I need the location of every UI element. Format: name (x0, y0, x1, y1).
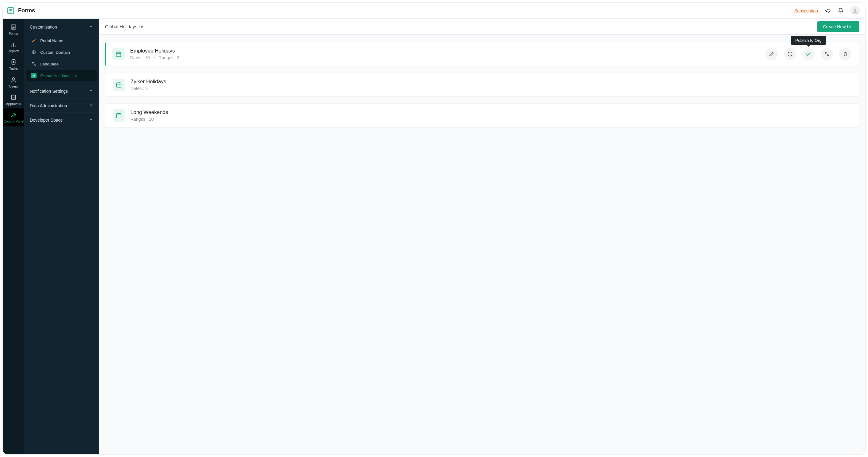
panel-section-developer[interactable]: Developer Space (24, 113, 99, 127)
delete-button[interactable] (839, 48, 851, 60)
publish-to-org-button[interactable]: Publish to Org (802, 48, 814, 60)
svg-rect-9 (117, 114, 121, 118)
card-title: Long Weekends (130, 109, 851, 116)
card-body: Long Weekends Ranges : 10 (130, 109, 851, 122)
main-header: Global Holidays List Create New List (99, 19, 865, 35)
rail-item-control-panel[interactable]: Control Panel (3, 109, 24, 126)
holiday-list-card[interactable]: Zylker Holidays Dates : 5 (105, 73, 859, 97)
panel-section-data-admin[interactable]: Data Administration (24, 98, 99, 113)
top-header: Forms Subscription (3, 3, 865, 19)
panel-item-label: Global Holidays List (40, 73, 77, 78)
rail-item-reports[interactable]: Reports (3, 38, 24, 56)
announce-icon[interactable] (825, 8, 831, 14)
calendar-badge: 31 (31, 73, 36, 78)
rail-item-forms[interactable]: Forms (3, 21, 24, 38)
card-title: Zylker Holidays (130, 79, 851, 85)
dates-label: Dates : 10 (130, 55, 150, 60)
nav-rail: Forms Reports Tasks Users Approvals Cont… (3, 19, 24, 454)
panel-section-customisation[interactable]: Customisation (24, 19, 99, 34)
brand-name: Forms (18, 7, 35, 14)
separator-icon: • (154, 55, 155, 60)
subscription-link[interactable]: Subscription (794, 8, 818, 13)
card-subtitle: Dates : 5 (130, 86, 851, 91)
side-panel: Customisation Portal Name Custom Domain (24, 19, 99, 454)
page-title: Global Holidays List (105, 24, 146, 29)
panel-item-label: Custom Domain (40, 50, 70, 55)
create-new-list-button[interactable]: Create New List (817, 21, 859, 32)
app-frame: Forms Subscription Forms Reports (2, 2, 866, 455)
card-subtitle: Dates : 10 • Ranges : 3 (130, 55, 760, 60)
panel-section-notifications[interactable]: Notification Settings (24, 84, 99, 98)
chevron-up-icon (89, 24, 93, 29)
globe-icon (31, 50, 36, 55)
rail-label: Forms (9, 32, 18, 36)
panel-item-portal-name[interactable]: Portal Name (24, 35, 99, 47)
chevron-down-icon (89, 117, 93, 123)
chevron-down-icon (89, 103, 93, 108)
card-title: Employee Holidays (130, 48, 760, 54)
ranges-label: Ranges : 3 (159, 55, 180, 60)
svg-rect-7 (116, 52, 121, 57)
svg-rect-5 (12, 95, 16, 99)
tooltip-publish: Publish to Org (791, 36, 826, 45)
edit-icon (31, 38, 36, 43)
card-body: Zylker Holidays Dates : 5 (130, 79, 851, 91)
svg-rect-3 (12, 60, 16, 64)
panel-item-custom-domain[interactable]: Custom Domain (24, 47, 99, 58)
rail-label: Reports (8, 49, 20, 53)
svg-rect-8 (117, 83, 121, 88)
panel-section-label: Data Administration (30, 103, 67, 108)
card-actions: Publish to Org (766, 48, 851, 60)
svg-point-1 (854, 9, 856, 11)
avatar[interactable] (850, 6, 860, 16)
body-row: Forms Reports Tasks Users Approvals Cont… (3, 19, 865, 454)
rail-item-users[interactable]: Users (3, 73, 24, 91)
panel-section-label: Notification Settings (30, 89, 68, 94)
brand-logo-icon (6, 6, 15, 15)
panel-item-label: Language (40, 62, 59, 66)
panel-section-label: Developer Space (30, 118, 63, 123)
translate-button[interactable] (821, 48, 833, 60)
rail-item-tasks[interactable]: Tasks (3, 56, 24, 73)
header-right: Subscription (794, 6, 860, 16)
rail-label: Approvals (6, 102, 21, 106)
panel-sub-items: Portal Name Custom Domain Language (24, 34, 99, 84)
rail-label: Users (9, 85, 18, 88)
rail-item-approvals[interactable]: Approvals (3, 91, 24, 109)
rail-label: Control Panel (4, 119, 24, 123)
calendar-icon (113, 109, 125, 122)
panel-section-label: Customisation (30, 25, 57, 29)
panel-item-global-holidays[interactable]: 31 Global Holidays List (26, 70, 97, 81)
card-body: Employee Holidays Dates : 10 • Ranges : … (130, 48, 760, 60)
rail-label: Tasks (9, 67, 18, 71)
main-area: Global Holidays List Create New List Emp… (99, 19, 865, 454)
panel-item-label: Portal Name (40, 38, 63, 43)
chevron-down-icon (89, 88, 93, 94)
panel-item-language[interactable]: Language (24, 58, 99, 70)
language-icon (31, 61, 36, 67)
cards-area: Employee Holidays Dates : 10 • Ranges : … (99, 35, 865, 135)
brand: Forms (6, 6, 35, 15)
calendar-icon: 31 (31, 73, 36, 78)
holiday-list-card[interactable]: Long Weekends Ranges : 10 (105, 103, 859, 127)
edit-button[interactable] (766, 48, 778, 60)
bell-icon[interactable] (838, 8, 844, 14)
dates-label: Dates : 5 (130, 86, 148, 91)
calendar-icon (113, 48, 125, 60)
holiday-list-card[interactable]: Employee Holidays Dates : 10 • Ranges : … (105, 42, 859, 66)
refresh-button[interactable] (784, 48, 796, 60)
svg-point-4 (12, 78, 14, 80)
ranges-label: Ranges : 10 (130, 117, 154, 122)
card-subtitle: Ranges : 10 (130, 117, 851, 122)
calendar-icon (113, 79, 125, 91)
